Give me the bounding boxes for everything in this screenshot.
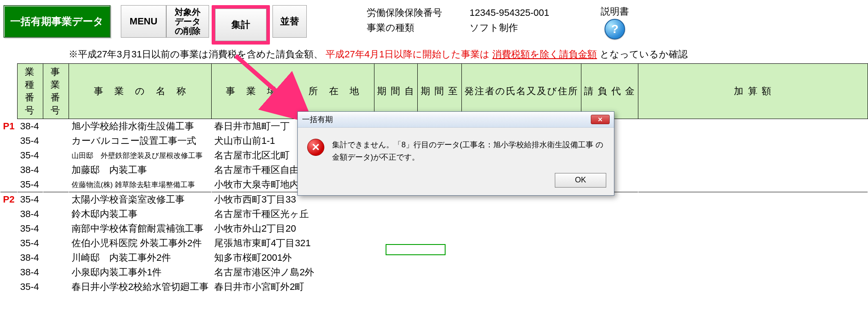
col-amount: 請 負 代 金 <box>581 64 638 119</box>
table-row[interactable]: 38-4鈴木邸内装工事名古屋市千種区光ヶ丘 <box>0 207 868 221</box>
cell-from <box>374 280 418 294</box>
menu-button[interactable]: MENU <box>121 5 166 38</box>
table-row[interactable]: 35-4春日井小学校2校給水管切廻工事春日井市小宮町外2町 <box>0 280 868 294</box>
note-red-underline: 消費税額を除く請負金額 <box>492 49 597 60</box>
cell-add <box>638 134 868 148</box>
cell-bizno: 35-4 <box>17 280 43 294</box>
cell-location: 名古屋市千種区光ヶ丘 <box>212 207 374 221</box>
cell-name: 佐藤物流(株) 雑草除去駐車場整備工事 <box>69 177 211 192</box>
insurance-value: 12345-954325-001 <box>470 5 549 20</box>
ok-button[interactable]: OK <box>555 173 606 188</box>
cell-to <box>418 207 461 221</box>
cell-name: 南部中学校体育館耐震補強工事 <box>69 221 211 236</box>
dialog-title-text: 一括有期 <box>302 114 333 125</box>
help-icon[interactable]: ? <box>605 19 625 39</box>
col-add: 加 算 額 <box>638 64 868 119</box>
col-bizno: 業種 番号 <box>17 64 43 119</box>
cell-bizno: 35-4 <box>17 177 43 192</box>
sort-button[interactable]: 並替 <box>272 5 307 38</box>
cell-client <box>461 265 581 280</box>
cell-name: 鈴木邸内装工事 <box>69 207 211 221</box>
cell-client <box>461 250 581 265</box>
col-client: 発注者の氏名又及び住所 <box>461 64 581 119</box>
table-row[interactable]: 38-4川崎邸 内装工事外2件知多市桜町2001外 <box>0 250 868 265</box>
cell-add <box>638 163 868 177</box>
cell-client <box>461 236 581 250</box>
cell-projno <box>43 221 69 236</box>
pmark <box>0 207 18 221</box>
toolbar: 一括有期事業データ MENU 対象外 データ の削除 集計 並替 労働保険保険番… <box>0 0 868 46</box>
dialog-message: 集計できません。「8」行目のデータ(工事名：旭小学校給排水衛生設備工事 の金額デ… <box>332 139 605 164</box>
pmark <box>0 250 18 265</box>
cell-from <box>374 265 418 280</box>
table-row[interactable]: 35-4南部中学校体育館耐震補強工事小牧市外山2丁目20 <box>0 221 868 236</box>
cell-amount <box>581 280 638 294</box>
cell-location: 春日井市小宮町外2町 <box>212 280 374 294</box>
cell-from <box>374 221 418 236</box>
col-name: 事 業 の 名 称 <box>69 64 211 119</box>
cell-name: 春日井小学校2校給水管切廻工事 <box>69 280 211 294</box>
cell-from <box>374 236 418 250</box>
cell-location: 名古屋市港区沖ノ島2外 <box>212 265 374 280</box>
cell-client <box>461 280 581 294</box>
close-icon[interactable]: ✕ <box>591 115 610 124</box>
help-block: 説明書 ? <box>601 5 629 39</box>
cell-bizno: 38-4 <box>17 119 43 134</box>
cell-to <box>418 250 461 265</box>
cell-bizno: 38-4 <box>17 163 43 177</box>
cell-name: 佐伯小児科医院 外装工事外2件 <box>69 236 211 250</box>
cell-add <box>638 148 868 163</box>
cell-add <box>638 236 868 250</box>
pmark <box>0 177 18 192</box>
cell-projno <box>43 192 69 207</box>
error-icon: ✕ <box>307 139 324 156</box>
cell-projno <box>43 177 69 192</box>
note-prefix: ※平成27年3月31日以前の事業は消費税を含めた請負金額、 <box>69 49 323 60</box>
cell-name: 川崎邸 内装工事外2件 <box>69 250 211 265</box>
cell-add <box>638 119 868 134</box>
col-projno: 事業 番号 <box>43 64 69 119</box>
cell-name: 小泉邸内装工事外1件 <box>69 265 211 280</box>
cell-name: 旭小学校給排水衛生設備工事 <box>69 119 211 134</box>
pmark <box>0 280 18 294</box>
cell-to <box>418 236 461 250</box>
cell-location: 知多市桜町2001外 <box>212 250 374 265</box>
cell-name: 太陽小学校音楽室改修工事 <box>69 192 211 207</box>
note-red-part1: 平成27年4月1日以降に開始した事業は <box>326 49 490 60</box>
error-dialog: 一括有期 ✕ ✕ 集計できません。「8」行目のデータ(工事名：旭小学校給排水衛生… <box>297 111 614 196</box>
cell-projno <box>43 134 69 148</box>
cell-from <box>374 250 418 265</box>
cell-client <box>461 207 581 221</box>
table-row[interactable]: 38-4小泉邸内装工事外1件名古屋市港区沖ノ島2外 <box>0 265 868 280</box>
cell-bizno: 35-4 <box>17 192 43 207</box>
aggregate-button[interactable]: 集計 <box>215 9 266 41</box>
cell-location: 小牧市外山2丁目20 <box>212 221 374 236</box>
main-data-button[interactable]: 一括有期事業データ <box>3 5 111 38</box>
cell-add <box>638 280 868 294</box>
biztype-value: ソフト制作 <box>470 20 518 35</box>
pmark <box>0 265 18 280</box>
table-row[interactable]: 35-4佐伯小児科医院 外装工事外2件尾張旭市東町4丁目321 <box>0 236 868 250</box>
cell-add <box>638 207 868 221</box>
cell-projno <box>43 236 69 250</box>
cell-to <box>418 265 461 280</box>
cell-projno <box>43 250 69 265</box>
pmark <box>0 236 18 250</box>
delete-excluded-button[interactable]: 対象外 データ の削除 <box>166 5 209 38</box>
cell-amount <box>581 236 638 250</box>
cell-name: 山田邸 外壁鉄部塗装及び屋根改修工事 <box>69 148 211 163</box>
cell-to <box>418 221 461 236</box>
cell-from <box>374 207 418 221</box>
insurance-label: 労働保険保険番号 <box>367 5 452 20</box>
cell-to <box>418 280 461 294</box>
cell-bizno: 35-4 <box>17 148 43 163</box>
cell-add <box>638 221 868 236</box>
cell-projno <box>43 207 69 221</box>
cell-amount <box>581 250 638 265</box>
pmark <box>0 148 18 163</box>
cell-projno <box>43 163 69 177</box>
manual-label: 説明書 <box>601 5 629 18</box>
pmark <box>0 163 18 177</box>
col-to: 期 間 至 <box>418 64 461 119</box>
cell-add <box>638 265 868 280</box>
